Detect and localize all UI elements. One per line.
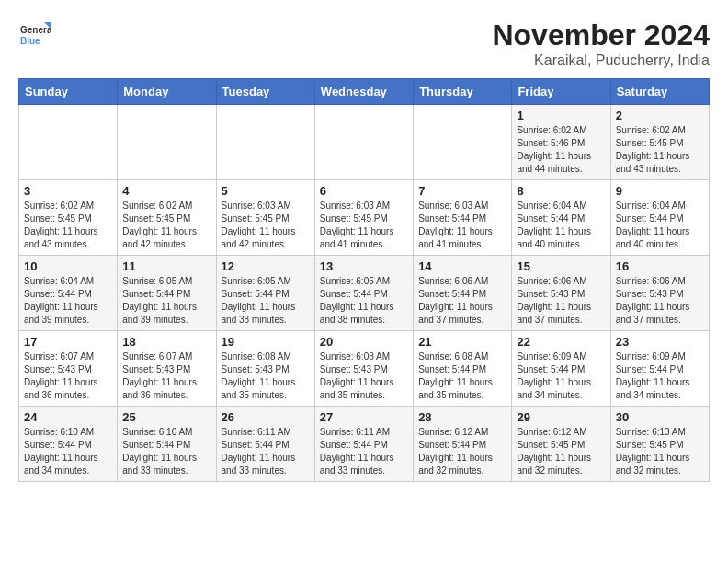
day-number: 27 bbox=[320, 410, 408, 424]
day-info: Sunrise: 6:08 AMSunset: 5:43 PMDaylight:… bbox=[222, 350, 310, 402]
day-info: Sunrise: 6:03 AMSunset: 5:45 PMDaylight:… bbox=[320, 200, 408, 251]
calendar-header-row: Sunday Monday Tuesday Wednesday Thursday… bbox=[19, 79, 710, 105]
day-number: 26 bbox=[222, 410, 310, 424]
day-number: 24 bbox=[24, 410, 112, 424]
day-number: 8 bbox=[517, 184, 605, 198]
calendar-cell: 10Sunrise: 6:04 AMSunset: 5:44 PMDayligh… bbox=[19, 256, 118, 331]
day-number: 11 bbox=[122, 259, 210, 273]
calendar-cell: 24Sunrise: 6:10 AMSunset: 5:44 PMDayligh… bbox=[19, 407, 118, 482]
calendar-cell: 5Sunrise: 6:03 AMSunset: 5:45 PMDaylight… bbox=[216, 180, 314, 256]
calendar-week-4: 24Sunrise: 6:10 AMSunset: 5:44 PMDayligh… bbox=[19, 407, 710, 482]
calendar-week-2: 10Sunrise: 6:04 AMSunset: 5:44 PMDayligh… bbox=[19, 256, 710, 331]
day-info: Sunrise: 6:10 AMSunset: 5:44 PMDaylight:… bbox=[24, 426, 112, 477]
day-info: Sunrise: 6:13 AMSunset: 5:45 PMDaylight:… bbox=[616, 426, 704, 477]
day-info: Sunrise: 6:05 AMSunset: 5:44 PMDaylight:… bbox=[320, 275, 408, 327]
calendar-cell bbox=[118, 105, 216, 180]
calendar-cell: 1Sunrise: 6:02 AMSunset: 5:46 PMDaylight… bbox=[512, 105, 610, 180]
day-info: Sunrise: 6:05 AMSunset: 5:44 PMDaylight:… bbox=[222, 275, 310, 327]
day-info: Sunrise: 6:02 AMSunset: 5:45 PMDaylight:… bbox=[122, 200, 210, 251]
day-number: 28 bbox=[418, 410, 506, 424]
header-tuesday: Tuesday bbox=[216, 79, 314, 105]
calendar-cell: 2Sunrise: 6:02 AMSunset: 5:45 PMDaylight… bbox=[610, 105, 709, 180]
day-number: 16 bbox=[616, 259, 704, 273]
calendar-cell: 16Sunrise: 6:06 AMSunset: 5:43 PMDayligh… bbox=[610, 256, 709, 331]
svg-text:Blue: Blue bbox=[20, 36, 40, 46]
calendar-cell: 22Sunrise: 6:09 AMSunset: 5:44 PMDayligh… bbox=[512, 331, 610, 407]
day-number: 21 bbox=[418, 335, 506, 349]
day-info: Sunrise: 6:12 AMSunset: 5:45 PMDaylight:… bbox=[517, 426, 605, 477]
day-number: 12 bbox=[222, 259, 310, 273]
day-number: 22 bbox=[517, 335, 605, 349]
calendar-cell bbox=[216, 105, 314, 180]
calendar-cell: 11Sunrise: 6:05 AMSunset: 5:44 PMDayligh… bbox=[118, 256, 216, 331]
header-friday: Friday bbox=[512, 79, 610, 105]
header-thursday: Thursday bbox=[414, 79, 512, 105]
day-info: Sunrise: 6:02 AMSunset: 5:45 PMDaylight:… bbox=[616, 124, 704, 176]
calendar-cell: 18Sunrise: 6:07 AMSunset: 5:43 PMDayligh… bbox=[118, 331, 216, 407]
calendar-cell: 7Sunrise: 6:03 AMSunset: 5:44 PMDaylight… bbox=[414, 180, 512, 256]
day-info: Sunrise: 6:06 AMSunset: 5:43 PMDaylight:… bbox=[616, 275, 704, 327]
title-block: November 2024 Karaikal, Puducherry, Indi… bbox=[492, 18, 710, 69]
calendar-cell: 27Sunrise: 6:11 AMSunset: 5:44 PMDayligh… bbox=[314, 407, 413, 482]
calendar-cell bbox=[19, 105, 118, 180]
day-number: 15 bbox=[517, 259, 605, 273]
day-info: Sunrise: 6:09 AMSunset: 5:44 PMDaylight:… bbox=[517, 350, 605, 402]
header-sunday: Sunday bbox=[19, 79, 118, 105]
day-number: 2 bbox=[616, 109, 704, 122]
calendar-cell: 9Sunrise: 6:04 AMSunset: 5:44 PMDaylight… bbox=[610, 180, 709, 256]
day-info: Sunrise: 6:11 AMSunset: 5:44 PMDaylight:… bbox=[222, 426, 310, 477]
day-number: 25 bbox=[122, 410, 210, 424]
day-number: 14 bbox=[418, 259, 506, 273]
calendar-cell: 4Sunrise: 6:02 AMSunset: 5:45 PMDaylight… bbox=[118, 180, 216, 256]
day-number: 7 bbox=[418, 184, 506, 198]
header-monday: Monday bbox=[118, 79, 216, 105]
day-info: Sunrise: 6:04 AMSunset: 5:44 PMDaylight:… bbox=[517, 200, 605, 251]
day-info: Sunrise: 6:05 AMSunset: 5:44 PMDaylight:… bbox=[122, 275, 210, 327]
day-info: Sunrise: 6:04 AMSunset: 5:44 PMDaylight:… bbox=[616, 200, 704, 251]
day-info: Sunrise: 6:09 AMSunset: 5:44 PMDaylight:… bbox=[616, 350, 704, 402]
day-info: Sunrise: 6:07 AMSunset: 5:43 PMDaylight:… bbox=[122, 350, 210, 402]
day-number: 18 bbox=[122, 335, 210, 349]
day-info: Sunrise: 6:02 AMSunset: 5:46 PMDaylight:… bbox=[517, 124, 605, 176]
day-number: 13 bbox=[320, 259, 408, 273]
day-number: 4 bbox=[122, 184, 210, 198]
calendar-cell: 13Sunrise: 6:05 AMSunset: 5:44 PMDayligh… bbox=[314, 256, 413, 331]
calendar-title: November 2024 bbox=[492, 18, 710, 52]
calendar-table: Sunday Monday Tuesday Wednesday Thursday… bbox=[18, 78, 710, 482]
day-info: Sunrise: 6:06 AMSunset: 5:44 PMDaylight:… bbox=[418, 275, 506, 327]
day-number: 29 bbox=[517, 410, 605, 424]
calendar-cell: 30Sunrise: 6:13 AMSunset: 5:45 PMDayligh… bbox=[610, 407, 709, 482]
calendar-cell: 15Sunrise: 6:06 AMSunset: 5:43 PMDayligh… bbox=[512, 256, 610, 331]
logo-icon: General Blue bbox=[18, 18, 51, 52]
calendar-cell: 21Sunrise: 6:08 AMSunset: 5:44 PMDayligh… bbox=[414, 331, 512, 407]
calendar-week-0: 1Sunrise: 6:02 AMSunset: 5:46 PMDaylight… bbox=[19, 105, 710, 180]
calendar-cell: 20Sunrise: 6:08 AMSunset: 5:43 PMDayligh… bbox=[314, 331, 413, 407]
day-number: 20 bbox=[320, 335, 408, 349]
calendar-cell: 28Sunrise: 6:12 AMSunset: 5:44 PMDayligh… bbox=[414, 407, 512, 482]
day-info: Sunrise: 6:08 AMSunset: 5:44 PMDaylight:… bbox=[418, 350, 506, 402]
calendar-cell: 17Sunrise: 6:07 AMSunset: 5:43 PMDayligh… bbox=[19, 331, 118, 407]
header-saturday: Saturday bbox=[610, 79, 709, 105]
calendar-cell: 6Sunrise: 6:03 AMSunset: 5:45 PMDaylight… bbox=[314, 180, 413, 256]
svg-text:General: General bbox=[20, 25, 51, 35]
day-info: Sunrise: 6:10 AMSunset: 5:44 PMDaylight:… bbox=[122, 426, 210, 477]
day-number: 23 bbox=[616, 335, 704, 349]
day-number: 17 bbox=[24, 335, 112, 349]
day-number: 1 bbox=[517, 109, 605, 122]
page-header: General Blue November 2024 Karaikal, Pud… bbox=[18, 18, 710, 69]
calendar-cell bbox=[414, 105, 512, 180]
day-info: Sunrise: 6:08 AMSunset: 5:43 PMDaylight:… bbox=[320, 350, 408, 402]
calendar-cell: 25Sunrise: 6:10 AMSunset: 5:44 PMDayligh… bbox=[118, 407, 216, 482]
header-wednesday: Wednesday bbox=[314, 79, 413, 105]
calendar-cell: 12Sunrise: 6:05 AMSunset: 5:44 PMDayligh… bbox=[216, 256, 314, 331]
calendar-cell: 14Sunrise: 6:06 AMSunset: 5:44 PMDayligh… bbox=[414, 256, 512, 331]
day-info: Sunrise: 6:04 AMSunset: 5:44 PMDaylight:… bbox=[24, 275, 112, 327]
day-info: Sunrise: 6:11 AMSunset: 5:44 PMDaylight:… bbox=[320, 426, 408, 477]
calendar-cell: 26Sunrise: 6:11 AMSunset: 5:44 PMDayligh… bbox=[216, 407, 314, 482]
day-info: Sunrise: 6:03 AMSunset: 5:45 PMDaylight:… bbox=[222, 200, 310, 251]
day-info: Sunrise: 6:07 AMSunset: 5:43 PMDaylight:… bbox=[24, 350, 112, 402]
day-number: 30 bbox=[616, 410, 704, 424]
day-info: Sunrise: 6:06 AMSunset: 5:43 PMDaylight:… bbox=[517, 275, 605, 327]
calendar-subtitle: Karaikal, Puducherry, India bbox=[492, 52, 710, 69]
day-info: Sunrise: 6:03 AMSunset: 5:44 PMDaylight:… bbox=[418, 200, 506, 251]
